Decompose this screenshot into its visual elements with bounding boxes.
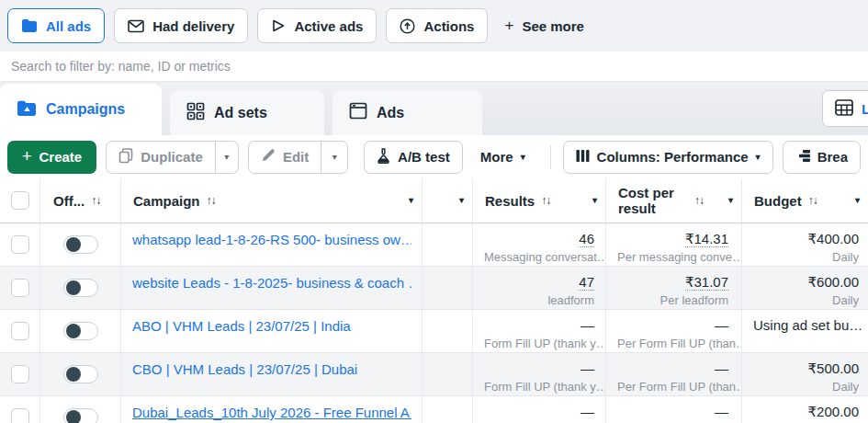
budget-value: ₹200.00 <box>753 403 859 420</box>
results-value[interactable]: 47 <box>579 274 594 291</box>
filter-active-ads-label: Active ads <box>294 18 363 34</box>
header-results-label: Results <box>485 193 535 209</box>
tab-campaigns[interactable]: Campaigns <box>0 84 162 135</box>
duplicate-button[interactable]: Duplicate <box>107 142 215 173</box>
row-checkbox[interactable] <box>11 279 29 297</box>
campaign-link[interactable]: ABO | VHM Leads | 23/07/25 | India <box>132 318 351 334</box>
pencil-icon <box>261 148 276 166</box>
search-input[interactable] <box>0 59 868 74</box>
sort-icon: ↑↓ <box>808 194 817 207</box>
cost-sub: Per messaging conve… <box>617 249 728 265</box>
filter-all-ads-button[interactable]: All ads <box>7 8 105 43</box>
chevron-down-icon[interactable]: ▾ <box>728 196 741 205</box>
row-checkbox[interactable] <box>11 365 29 383</box>
breakdown-icon <box>795 149 810 166</box>
budget-value: ₹500.00 <box>753 360 859 377</box>
filter-active-ads-button[interactable]: Active ads <box>257 8 377 43</box>
columns-button[interactable]: Columns: Performance ▾ <box>563 141 773 174</box>
chevron-down-icon: ▾ <box>333 153 337 162</box>
chevron-down-icon[interactable]: ▾ <box>459 196 472 205</box>
campaign-toggle[interactable] <box>63 408 98 423</box>
cost-value[interactable]: ₹14.31 <box>685 231 728 247</box>
campaign-toggle[interactable] <box>63 235 98 254</box>
chevron-down-icon[interactable]: ▾ <box>592 196 605 205</box>
list-view-button[interactable]: L <box>822 90 868 127</box>
budget-value: Using ad set bu… <box>753 316 859 334</box>
budget-sub: Daily <box>753 249 859 265</box>
budget-value: ₹400.00 <box>753 230 859 247</box>
play-icon <box>271 18 286 33</box>
results-value: — <box>484 360 594 377</box>
list-view-label: L <box>862 101 868 117</box>
header-off[interactable]: Off... ↑↓ <box>40 178 121 223</box>
columns-icon <box>576 149 590 166</box>
budget-sub: Daily <box>753 379 859 394</box>
cost-sub: Per Form Fill UP (than… <box>617 379 728 394</box>
row-checkbox[interactable] <box>11 322 29 340</box>
see-more-button[interactable]: + See more <box>504 17 583 35</box>
campaign-toggle[interactable] <box>63 365 98 383</box>
plus-icon: + <box>504 17 513 35</box>
tab-ad-sets[interactable]: Ad sets <box>170 90 324 135</box>
filter-had-delivery-button[interactable]: Had delivery <box>114 8 248 43</box>
chevron-down-icon[interactable]: ▾ <box>409 196 422 205</box>
ads-manager-app: All ads Had delivery Active ads Actions … <box>0 0 868 423</box>
flask-icon <box>377 148 390 166</box>
sort-icon: ↑↓ <box>207 194 216 207</box>
edit-button[interactable]: Edit <box>249 142 321 173</box>
ab-test-label: A/B test <box>398 149 450 165</box>
select-all-checkbox[interactable] <box>11 191 29 210</box>
tab-ad-sets-label: Ad sets <box>214 105 267 121</box>
campaign-link[interactable]: whatsapp lead-1-8-26-RS 500- business ow… <box>132 232 411 247</box>
edit-caret-button[interactable]: ▾ <box>321 142 347 173</box>
filter-all-ads-label: All ads <box>46 18 91 34</box>
campaigns-folder-icon <box>17 99 37 120</box>
header-campaign[interactable]: Campaign ↑↓ ▾ <box>121 178 423 223</box>
delivery-cell <box>423 396 473 423</box>
cost-value[interactable]: ₹31.07 <box>685 274 728 291</box>
header-budget[interactable]: Budget ↑↓ ▾ <box>742 178 868 223</box>
results-sub: Form Fill UP (thank y… <box>484 336 594 351</box>
cost-value: — <box>617 403 728 420</box>
results-sub: Messaging conversat… <box>484 249 594 265</box>
sort-icon: ↑↓ <box>541 194 550 207</box>
grid-icon <box>186 102 205 124</box>
campaign-link[interactable]: CBO | VHM Leads | 23/07/25 | Dubai <box>132 361 357 377</box>
duplicate-caret-button[interactable]: ▾ <box>215 142 238 173</box>
create-button[interactable]: + Create <box>7 141 96 174</box>
campaign-link[interactable]: website Leads - 1-8-2025- business & coa… <box>132 275 411 291</box>
tab-ads-label: Ads <box>377 105 404 121</box>
columns-label: Columns: Performance <box>597 149 749 165</box>
table-row: Dubai_Leads_10th July 2026 - Free Funnel… <box>0 396 868 423</box>
results-value[interactable]: 46 <box>579 231 594 247</box>
create-label: Create <box>39 149 83 165</box>
header-results[interactable]: Results ↑↓ ▾ <box>473 178 606 223</box>
delivery-cell <box>423 267 473 310</box>
more-label: More <box>480 149 513 165</box>
tab-campaigns-label: Campaigns <box>46 101 125 118</box>
filter-actions-button[interactable]: Actions <box>386 8 488 43</box>
chevron-down-icon[interactable]: ▾ <box>855 196 868 205</box>
header-campaign-label: Campaign <box>133 193 200 209</box>
header-checkbox-cell <box>0 178 40 223</box>
campaign-toggle[interactable] <box>63 279 98 297</box>
campaign-toggle[interactable] <box>63 322 98 340</box>
edit-label: Edit <box>283 149 309 165</box>
delivery-cell <box>423 310 473 353</box>
sort-icon: ↑↓ <box>694 194 704 207</box>
results-sub: Form Fill UP (thank y… <box>484 379 594 394</box>
delivery-cell <box>423 353 473 396</box>
toolbar-divider <box>550 145 551 169</box>
row-checkbox[interactable] <box>11 408 29 423</box>
header-cost-per-result[interactable]: Cost per result ↑↓ ▾ <box>606 178 742 223</box>
breakdown-button[interactable]: Brea <box>783 141 861 174</box>
table-header-row: Off... ↑↓ Campaign ↑↓ ▾ ▾ Results ↑↓ ▾ C… <box>0 178 868 223</box>
tab-ads[interactable]: Ads <box>333 90 482 135</box>
header-delivery[interactable]: ▾ <box>423 178 473 223</box>
ab-test-button[interactable]: A/B test <box>364 141 463 174</box>
more-button[interactable]: More ▾ <box>480 149 525 165</box>
row-checkbox[interactable] <box>11 235 29 254</box>
duplicate-split-button: Duplicate ▾ <box>106 141 239 174</box>
campaign-link[interactable]: Dubai_Leads_10th July 2026 - Free Funnel… <box>132 405 411 420</box>
delivery-cell <box>423 223 473 267</box>
